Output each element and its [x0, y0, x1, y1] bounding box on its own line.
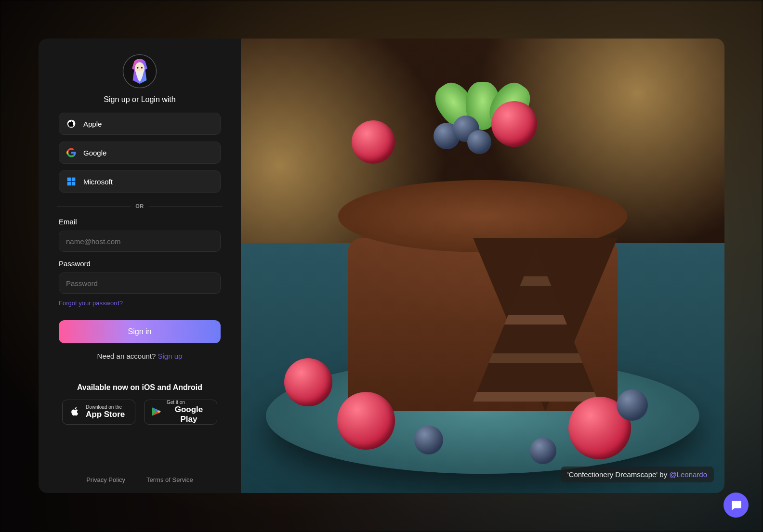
microsoft-label: Microsoft — [83, 178, 113, 186]
email-label: Email — [59, 218, 221, 226]
privacy-policy-link[interactable]: Privacy Policy — [86, 476, 125, 483]
googleplay-button[interactable]: Get it on Google Play — [144, 400, 217, 425]
need-account-text: Need an account? Sign up — [97, 352, 183, 360]
password-field[interactable] — [59, 272, 221, 294]
apple-label: Apple — [83, 120, 102, 128]
svg-rect-5 — [67, 178, 71, 182]
artwork-panel: 'Confectionery Dreamscape' by @Leonardo — [241, 39, 724, 493]
password-label: Password — [59, 260, 221, 268]
or-divider: OR — [52, 203, 227, 209]
apple-signin-button[interactable]: Apple — [59, 113, 221, 135]
app-store-links: Download on the App Store Get it on Goog… — [62, 400, 217, 425]
mobile-availability-headline: Available now on iOS and Android — [77, 383, 202, 392]
email-field[interactable] — [59, 231, 221, 252]
signin-button[interactable]: Sign in — [59, 320, 221, 343]
caption-title: 'Confectionery Dreamscape' by — [567, 470, 670, 479]
play-big: Google Play — [167, 405, 211, 425]
apple-icon — [66, 118, 77, 129]
appstore-big: App Store — [86, 410, 125, 419]
appstore-button[interactable]: Download on the App Store — [62, 400, 135, 425]
forgot-password-link[interactable]: Forgot your password? — [59, 299, 221, 307]
play-small: Get it on — [167, 400, 185, 405]
apple-store-icon — [68, 405, 81, 419]
appstore-small: Download on the — [86, 405, 122, 410]
wizard-logo-icon — [122, 54, 157, 89]
cake-scene — [241, 39, 724, 493]
svg-rect-8 — [72, 182, 76, 186]
credentials-form: Email Password Forgot your password? Sig… — [52, 218, 227, 360]
svg-rect-7 — [67, 182, 71, 186]
google-signin-button[interactable]: Google — [59, 142, 221, 164]
brand-logo — [122, 54, 157, 89]
chat-icon — [730, 499, 742, 511]
caption-author: @Leonardo — [669, 470, 707, 479]
auth-card: Sign up or Login with Apple Google Micro… — [39, 39, 724, 493]
need-account-prefix: Need an account? — [97, 352, 158, 360]
legal-footer: Privacy Policy Terms of Service — [86, 476, 193, 483]
svg-point-2 — [137, 67, 139, 69]
google-play-icon — [150, 406, 162, 419]
google-label: Google — [83, 149, 106, 157]
signup-link[interactable]: Sign up — [158, 352, 183, 360]
terms-of-service-link[interactable]: Terms of Service — [146, 476, 193, 483]
artwork-caption: 'Confectionery Dreamscape' by @Leonardo — [561, 467, 714, 482]
divider-line — [57, 206, 131, 207]
or-label: OR — [135, 203, 144, 209]
microsoft-signin-button[interactable]: Microsoft — [59, 170, 221, 193]
signup-login-subtitle: Sign up or Login with — [104, 95, 175, 104]
microsoft-icon — [66, 176, 77, 187]
google-icon — [66, 147, 77, 158]
divider-line — [149, 206, 223, 207]
svg-point-3 — [141, 67, 143, 69]
svg-rect-6 — [72, 178, 76, 182]
login-panel: Sign up or Login with Apple Google Micro… — [39, 39, 241, 493]
support-chat-button[interactable] — [724, 493, 749, 518]
oauth-providers: Apple Google Microsoft — [52, 113, 227, 193]
